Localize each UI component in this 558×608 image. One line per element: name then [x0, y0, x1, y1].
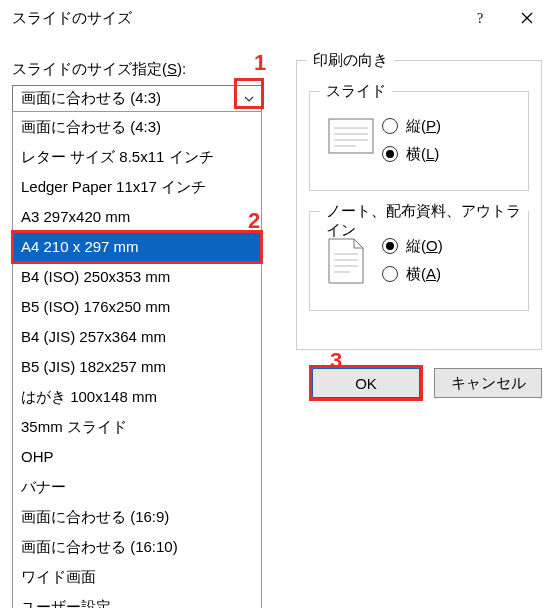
radio-icon: [382, 118, 398, 134]
size-option[interactable]: レター サイズ 8.5x11 インチ: [13, 142, 261, 172]
dialog-body: スライドのサイズ指定(S): 画面に合わせる (4:3) 画面に合わせる (4:…: [0, 36, 558, 608]
notes-orientation-group: ノート、配布資料、アウトライン 縦(O): [309, 211, 529, 311]
size-section: スライドのサイズ指定(S): 画面に合わせる (4:3): [12, 60, 274, 112]
size-option[interactable]: B5 (JIS) 182x257 mm: [13, 352, 261, 382]
size-combo[interactable]: 画面に合わせる (4:3): [12, 85, 262, 112]
size-option[interactable]: Ledger Paper 11x17 インチ: [13, 172, 261, 202]
page-portrait-icon: [328, 238, 368, 284]
slides-portrait-label: 縦(P): [406, 117, 441, 136]
ok-button-label: OK: [355, 375, 377, 392]
size-option[interactable]: 35mm スライド: [13, 412, 261, 442]
size-option[interactable]: 画面に合わせる (16:10): [13, 532, 261, 562]
size-option[interactable]: はがき 100x148 mm: [13, 382, 261, 412]
slides-landscape-radio[interactable]: 横(L): [382, 140, 441, 168]
size-label: スライドのサイズ指定(S):: [12, 60, 274, 79]
titlebar: スライドのサイズ ?: [0, 0, 558, 36]
orientation-group-title: 印刷の向き: [307, 51, 394, 70]
radio-icon: [382, 266, 398, 282]
size-label-pre: スライドのサイズ指定(: [12, 60, 167, 77]
notes-landscape-label: 横(A): [406, 265, 441, 284]
size-option[interactable]: 画面に合わせる (4:3): [13, 112, 261, 142]
window-title: スライドのサイズ: [12, 9, 458, 28]
svg-text:?: ?: [477, 11, 483, 25]
dialog-window: スライドのサイズ ? スライドのサイズ指定(S): 画面に合わせる (4:3): [0, 0, 558, 608]
size-option[interactable]: 画面に合わせる (16:9): [13, 502, 261, 532]
size-label-accel: S: [167, 60, 177, 77]
size-option[interactable]: A3 297x420 mm: [13, 202, 261, 232]
notes-portrait-radio[interactable]: 縦(O): [382, 232, 443, 260]
slides-orientation-group: スライド 縦(P): [309, 91, 529, 191]
svg-rect-3: [329, 119, 373, 153]
radio-icon: [382, 238, 398, 254]
ok-button[interactable]: OK: [312, 368, 420, 398]
size-option[interactable]: ユーザー設定: [13, 592, 261, 608]
notes-portrait-label: 縦(O): [406, 237, 443, 256]
page-landscape-icon: [328, 118, 368, 164]
size-option[interactable]: B4 (JIS) 257x364 mm: [13, 322, 261, 352]
slides-group-title: スライド: [320, 82, 392, 101]
size-combo-value: 画面に合わせる (4:3): [13, 89, 237, 108]
size-dropdown-list[interactable]: 画面に合わせる (4:3)レター サイズ 8.5x11 インチLedger Pa…: [12, 111, 262, 608]
slides-radios: 縦(P) 横(L): [382, 112, 441, 168]
notes-landscape-radio[interactable]: 横(A): [382, 260, 443, 288]
size-label-post: ):: [177, 60, 186, 77]
size-combo-dropdown-button[interactable]: [237, 86, 261, 111]
size-option[interactable]: A4 210 x 297 mm: [13, 232, 261, 262]
slides-landscape-label: 横(L): [406, 145, 439, 164]
cancel-button-label: キャンセル: [451, 374, 526, 393]
close-button[interactable]: [504, 2, 550, 34]
size-option[interactable]: B4 (ISO) 250x353 mm: [13, 262, 261, 292]
orientation-group: 印刷の向き スライド 縦(P): [296, 60, 542, 350]
size-option[interactable]: バナー: [13, 472, 261, 502]
cancel-button[interactable]: キャンセル: [434, 368, 542, 398]
slides-portrait-radio[interactable]: 縦(P): [382, 112, 441, 140]
notes-radios: 縦(O) 横(A): [382, 232, 443, 288]
size-option[interactable]: OHP: [13, 442, 261, 472]
radio-icon: [382, 146, 398, 162]
help-button[interactable]: ?: [458, 2, 504, 34]
svg-marker-8: [329, 239, 363, 283]
size-option[interactable]: B5 (ISO) 176x250 mm: [13, 292, 261, 322]
button-bar: OK キャンセル: [296, 368, 542, 398]
size-option[interactable]: ワイド画面: [13, 562, 261, 592]
